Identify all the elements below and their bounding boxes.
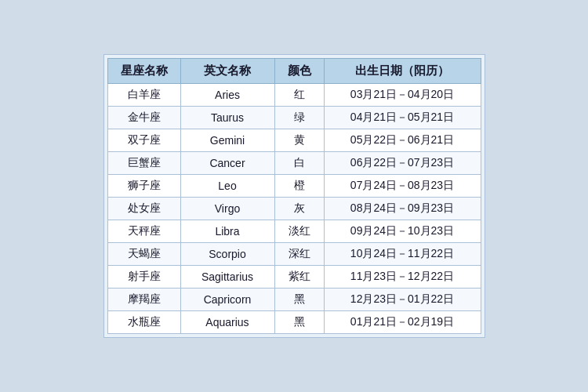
table-row: 巨蟹座Cancer白06月22日－07月23日 <box>107 152 481 175</box>
cell-chinese: 天蝎座 <box>107 243 180 266</box>
cell-date: 12月23日－01月22日 <box>324 289 481 311</box>
cell-date: 01月21日－02月19日 <box>324 311 481 334</box>
cell-color: 紫红 <box>274 266 324 289</box>
table-row: 摩羯座Capricorn黑12月23日－01月22日 <box>107 289 481 311</box>
cell-chinese: 双子座 <box>107 129 180 152</box>
table-row: 处女座Virgo灰08月24日－09月23日 <box>107 198 481 220</box>
cell-color: 深红 <box>274 243 324 266</box>
header-color: 颜色 <box>274 59 324 84</box>
cell-english: Leo <box>180 175 274 198</box>
cell-color: 黑 <box>274 289 324 311</box>
cell-color: 白 <box>274 152 324 175</box>
cell-color: 黄 <box>274 129 324 152</box>
cell-chinese: 白羊座 <box>107 84 180 107</box>
cell-date: 11月23日－12月22日 <box>324 266 481 289</box>
table-row: 射手座Sagittarius紫红11月23日－12月22日 <box>107 266 481 289</box>
cell-date: 09月24日－10月23日 <box>324 220 481 243</box>
cell-color: 黑 <box>274 311 324 334</box>
header-english: 英文名称 <box>180 59 274 84</box>
cell-color: 淡红 <box>274 220 324 243</box>
cell-chinese: 摩羯座 <box>107 289 180 311</box>
table-row: 白羊座Aries红03月21日－04月20日 <box>107 84 481 107</box>
table-row: 水瓶座Aquarius黑01月21日－02月19日 <box>107 311 481 334</box>
header-date: 出生日期（阳历） <box>324 59 481 84</box>
cell-english: Taurus <box>180 107 274 129</box>
cell-english: Aquarius <box>180 311 274 334</box>
cell-english: Aries <box>180 84 274 107</box>
cell-date: 08月24日－09月23日 <box>324 198 481 220</box>
cell-chinese: 处女座 <box>107 198 180 220</box>
cell-chinese: 水瓶座 <box>107 311 180 334</box>
cell-date: 05月22日－06月21日 <box>324 129 481 152</box>
cell-chinese: 巨蟹座 <box>107 152 180 175</box>
cell-english: Scorpio <box>180 243 274 266</box>
cell-english: Libra <box>180 220 274 243</box>
cell-english: Cancer <box>180 152 274 175</box>
zodiac-table-container: 星座名称 英文名称 颜色 出生日期（阳历） 白羊座Aries红03月21日－04… <box>103 54 485 338</box>
cell-english: Capricorn <box>180 289 274 311</box>
cell-date: 04月21日－05月21日 <box>324 107 481 129</box>
cell-date: 10月24日－11月22日 <box>324 243 481 266</box>
cell-color: 绿 <box>274 107 324 129</box>
cell-chinese: 金牛座 <box>107 107 180 129</box>
cell-english: Sagittarius <box>180 266 274 289</box>
zodiac-table: 星座名称 英文名称 颜色 出生日期（阳历） 白羊座Aries红03月21日－04… <box>107 58 481 334</box>
cell-date: 07月24日－08月23日 <box>324 175 481 198</box>
cell-color: 灰 <box>274 198 324 220</box>
cell-chinese: 狮子座 <box>107 175 180 198</box>
table-header-row: 星座名称 英文名称 颜色 出生日期（阳历） <box>107 59 481 84</box>
cell-date: 06月22日－07月23日 <box>324 152 481 175</box>
cell-english: Gemini <box>180 129 274 152</box>
cell-chinese: 天秤座 <box>107 220 180 243</box>
header-chinese: 星座名称 <box>107 59 180 84</box>
cell-date: 03月21日－04月20日 <box>324 84 481 107</box>
cell-english: Virgo <box>180 198 274 220</box>
table-row: 天秤座Libra淡红09月24日－10月23日 <box>107 220 481 243</box>
table-row: 狮子座Leo橙07月24日－08月23日 <box>107 175 481 198</box>
table-row: 双子座Gemini黄05月22日－06月21日 <box>107 129 481 152</box>
cell-color: 红 <box>274 84 324 107</box>
cell-color: 橙 <box>274 175 324 198</box>
table-row: 天蝎座Scorpio深红10月24日－11月22日 <box>107 243 481 266</box>
cell-chinese: 射手座 <box>107 266 180 289</box>
table-row: 金牛座Taurus绿04月21日－05月21日 <box>107 107 481 129</box>
